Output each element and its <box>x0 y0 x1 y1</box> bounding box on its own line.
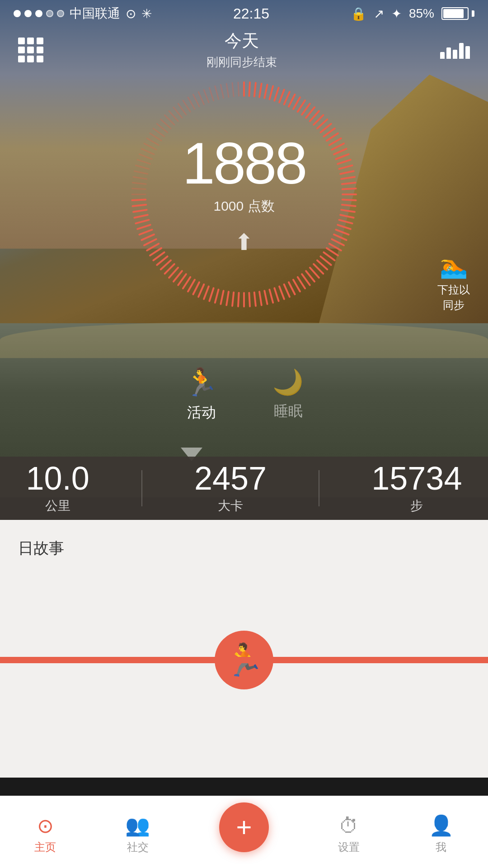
signal-dots <box>14 10 64 17</box>
svg-line-105 <box>165 115 174 125</box>
svg-line-40 <box>329 244 341 250</box>
sync-status: 刚刚同步结束 <box>206 54 277 70</box>
svg-line-28 <box>342 183 356 184</box>
svg-line-107 <box>174 107 182 118</box>
svg-line-59 <box>249 293 250 307</box>
grid-dot <box>27 56 34 62</box>
grid-dot <box>18 38 25 44</box>
svg-line-110 <box>188 97 195 109</box>
lock-icon: 🔒 <box>351 6 366 21</box>
grid-dot <box>18 47 25 53</box>
pull-sync-text: 下拉以 同步 <box>437 282 470 312</box>
chart-bar-3 <box>453 50 457 59</box>
svg-line-38 <box>334 235 346 240</box>
chart-icon[interactable] <box>440 41 470 59</box>
add-icon: + <box>236 814 252 841</box>
grid-dot <box>18 56 25 62</box>
nav-social[interactable]: 👥 社交 <box>125 814 150 859</box>
goal-label: 1000 点数 <box>182 197 305 216</box>
svg-line-70 <box>188 280 195 292</box>
svg-line-72 <box>178 274 186 285</box>
pull-to-sync: 🏊 下拉以 同步 <box>437 253 470 312</box>
svg-line-84 <box>137 225 150 229</box>
nav-profile[interactable]: 👤 我 <box>429 814 454 859</box>
divider-1 <box>141 470 142 506</box>
svg-line-95 <box>136 165 149 169</box>
svg-line-50 <box>293 280 300 292</box>
svg-line-5 <box>269 86 273 99</box>
svg-line-108 <box>178 104 186 114</box>
svg-line-52 <box>284 284 290 297</box>
nav-settings[interactable]: ⏱ 设置 <box>338 815 360 859</box>
stat-distance: 10.0 公里 <box>26 462 89 514</box>
svg-line-3 <box>259 84 262 97</box>
svg-line-106 <box>169 111 178 121</box>
social-icon: 👥 <box>125 814 150 837</box>
svg-line-102 <box>153 128 164 137</box>
svg-line-63 <box>226 292 229 305</box>
svg-line-53 <box>279 287 284 299</box>
tab-activity[interactable]: 🏃 活动 <box>184 366 218 423</box>
svg-line-56 <box>264 291 267 304</box>
dot-5 <box>57 10 64 17</box>
wave-overlay <box>0 322 488 358</box>
svg-line-32 <box>342 205 356 206</box>
svg-line-58 <box>254 292 256 306</box>
svg-line-68 <box>198 284 204 297</box>
settings-icon: ⏱ <box>339 815 359 837</box>
grid-dot <box>27 47 34 53</box>
dot-3 <box>35 10 42 17</box>
svg-line-54 <box>274 288 278 301</box>
battery-percent: 85% <box>409 6 434 21</box>
svg-line-62 <box>232 292 234 306</box>
nav-title: 今天 刚刚同步结束 <box>206 29 277 70</box>
svg-line-42 <box>324 252 334 260</box>
svg-line-48 <box>302 274 310 285</box>
grid-dot <box>37 47 43 53</box>
tab-sleep[interactable]: 🌙 睡眠 <box>272 368 304 421</box>
svg-line-82 <box>141 235 154 240</box>
status-left: 中国联通 ⊙ ✳ <box>14 5 152 22</box>
battery-bar <box>441 7 469 20</box>
svg-line-34 <box>340 215 353 217</box>
svg-line-27 <box>341 177 355 179</box>
grid-dot <box>37 56 43 62</box>
fab-add-button[interactable]: + <box>219 802 269 852</box>
svg-line-9 <box>289 94 295 107</box>
svg-line-81 <box>144 239 156 245</box>
svg-line-87 <box>133 210 147 212</box>
step-count: 1888 <box>182 134 305 193</box>
sleep-icon: 🌙 <box>272 368 304 397</box>
svg-line-96 <box>137 160 150 164</box>
story-card[interactable]: 🏃 <box>0 570 488 750</box>
calories-value: 2457 <box>194 462 267 495</box>
wifi-icon: ⊙ <box>126 6 136 21</box>
svg-line-119 <box>238 82 239 96</box>
svg-line-29 <box>343 189 356 189</box>
steps-value: 15734 <box>371 462 462 495</box>
svg-line-4 <box>264 85 267 98</box>
share-button[interactable]: ⬆ <box>182 229 305 255</box>
bluetooth-icon: ✦ <box>391 6 402 21</box>
distance-unit: 公里 <box>26 497 89 514</box>
svg-line-99 <box>144 143 156 150</box>
steps-unit: 步 <box>371 497 462 514</box>
svg-line-104 <box>161 119 171 128</box>
activity-label: 活动 <box>187 404 216 420</box>
svg-line-61 <box>238 293 239 307</box>
chart-bar-2 <box>446 47 451 59</box>
grid-dot <box>27 38 34 44</box>
svg-line-39 <box>332 239 344 245</box>
svg-line-91 <box>132 189 145 189</box>
svg-line-33 <box>341 210 355 212</box>
svg-line-12 <box>302 104 310 114</box>
activity-tabs: 🏃 活动 🌙 睡眠 <box>184 366 304 423</box>
svg-line-89 <box>132 199 145 200</box>
svg-line-51 <box>289 282 295 294</box>
nav-home[interactable]: ⊙ 主页 <box>34 814 56 859</box>
svg-line-36 <box>338 225 351 229</box>
battery-container <box>441 7 474 20</box>
svg-line-65 <box>215 290 219 303</box>
svg-line-98 <box>141 149 154 154</box>
grid-menu-icon[interactable] <box>18 38 43 62</box>
